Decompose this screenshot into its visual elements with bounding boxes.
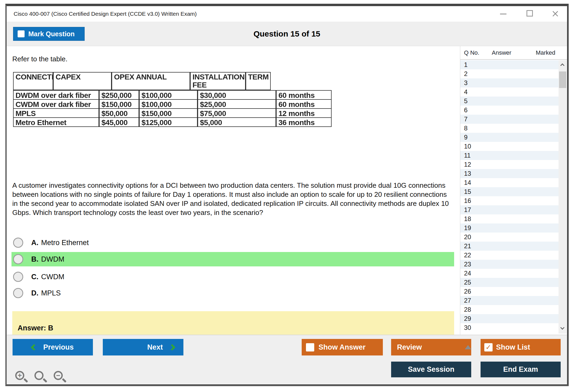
question-list: 1 2 3 4 — [460, 60, 559, 334]
question-list-scrollbar[interactable] — [559, 60, 567, 334]
answer-option-row[interactable]: C. CWDM — [11, 270, 454, 284]
mark-question-checkbox[interactable] — [18, 30, 25, 37]
question-list-row[interactable]: 6 — [460, 106, 559, 115]
question-list-row[interactable]: 29 — [460, 314, 559, 323]
option-radio-button[interactable] — [13, 288, 23, 298]
table-cell: DWDM over dark fiber — [13, 90, 99, 100]
show-list-checkbox[interactable]: ✓ — [484, 343, 493, 351]
question-number: 11 — [464, 152, 471, 159]
question-counter: Question 15 of 15 — [7, 22, 567, 46]
question-number: 9 — [464, 134, 467, 141]
question-list-row[interactable]: 3 — [460, 78, 559, 87]
close-button[interactable] — [551, 10, 559, 17]
question-list-row[interactable]: 24 — [460, 269, 559, 278]
mark-question-label: Mark Question — [28, 30, 75, 38]
scrollbar-thumb[interactable] — [559, 71, 566, 88]
question-list-row[interactable]: 10 — [460, 142, 559, 151]
question-list-row[interactable]: 4 — [460, 87, 559, 97]
question-list-row[interactable]: 22 — [460, 251, 559, 260]
answer-option-row[interactable]: D. MPLS — [11, 286, 454, 300]
table-cell: $25,000 — [198, 99, 276, 109]
question-list-row[interactable]: 7 — [460, 115, 559, 124]
question-text: A customer investigates connectivity opt… — [12, 181, 453, 217]
table-cell: 60 months — [276, 99, 332, 109]
table-cell: $125,000 — [139, 117, 198, 127]
magnifier-icon[interactable] — [34, 370, 47, 384]
page: Cisco 400-007 (Cisco Certified Design Ex… — [0, 0, 574, 392]
question-list-row[interactable]: 26 — [460, 287, 559, 296]
question-list-row[interactable]: 28 — [460, 305, 559, 314]
option-radio-button[interactable] — [13, 272, 23, 282]
scroll-down-arrow[interactable] — [559, 324, 567, 334]
review-button[interactable]: Review — [391, 339, 471, 355]
show-list-button[interactable]: ✓ Show List — [481, 339, 561, 355]
table-cell: $75,000 — [198, 108, 276, 118]
question-list-row[interactable]: 1 — [460, 60, 559, 69]
question-list-row[interactable]: 16 — [460, 196, 559, 205]
question-list-row[interactable]: 8 — [460, 124, 559, 133]
question-list-row[interactable]: 25 — [460, 278, 559, 287]
option-radio-button[interactable] — [13, 254, 23, 264]
table-cell: Metro Ethernet — [13, 117, 99, 127]
question-list-row[interactable]: 17 — [460, 205, 559, 214]
question-number: 22 — [464, 251, 471, 259]
question-list-row[interactable]: 30 — [460, 323, 559, 332]
question-number: 20 — [464, 233, 471, 241]
question-list-row[interactable]: 9 — [460, 133, 559, 142]
table-cell: $100,000 — [139, 90, 198, 100]
header-bar: Question 15 of 15 Mark Question — [7, 22, 567, 46]
question-number: 19 — [464, 224, 471, 232]
zoom-in-icon[interactable]: + — [15, 370, 28, 384]
question-list-row[interactable]: 21 — [460, 242, 559, 251]
question-list-row[interactable]: 15 — [460, 187, 559, 196]
question-number: 6 — [464, 106, 467, 114]
question-list-row[interactable]: 5 — [460, 97, 559, 106]
question-list-row[interactable]: 20 — [460, 233, 559, 242]
question-list-row[interactable]: 19 — [460, 223, 559, 233]
option-letter: D. — [31, 289, 38, 297]
option-text: CWDM — [41, 273, 64, 281]
show-answer-button[interactable]: Show Answer — [302, 339, 383, 355]
table-cell: 36 months — [276, 117, 332, 127]
table-cell: $45,000 — [99, 117, 139, 127]
save-session-button[interactable]: Save Session — [391, 362, 471, 377]
question-list-row[interactable]: 27 — [460, 296, 559, 305]
answer-option-row[interactable]: A. Metro Ethernet — [11, 235, 454, 250]
mark-question-button[interactable]: Mark Question — [13, 27, 85, 41]
previous-button[interactable]: Previous — [13, 339, 93, 355]
question-number: 7 — [464, 115, 467, 123]
question-list-row[interactable]: 12 — [460, 160, 559, 169]
question-number: 2 — [464, 70, 467, 78]
table-cell: CWDM over dark fiber — [13, 99, 99, 109]
question-list-row[interactable]: 18 — [460, 214, 559, 223]
end-exam-label: End Exam — [503, 365, 538, 374]
option-text: MPLS — [41, 289, 61, 297]
next-label: Next — [147, 343, 163, 351]
table-cell: $150,000 — [139, 108, 198, 118]
table-cell: 60 months — [276, 90, 332, 100]
end-exam-button[interactable]: End Exam — [481, 362, 561, 377]
question-list-row[interactable]: 13 — [460, 169, 559, 178]
show-list-label: Show List — [496, 343, 530, 351]
next-button[interactable]: Next — [103, 339, 183, 355]
question-number: 27 — [464, 297, 471, 304]
footer-bar: Previous Next Show Answer Review ✓ Show … — [7, 335, 567, 384]
chevron-right-icon — [169, 344, 175, 350]
answer-option-row[interactable]: B. DWDM — [11, 252, 454, 266]
question-list-row[interactable]: 14 — [460, 178, 559, 187]
question-list-row[interactable]: 23 — [460, 260, 559, 269]
show-answer-checkbox[interactable] — [306, 343, 314, 351]
question-list-row[interactable]: 2 — [460, 69, 559, 78]
zoom-out-icon[interactable]: − — [53, 370, 66, 384]
table-row: CWDM over dark fiber $150,000 $100,000 $… — [13, 99, 332, 109]
question-list-panel: Q No. Answer Marked 1 2 — [460, 46, 567, 335]
column-qno: Q No. — [464, 49, 491, 56]
question-list-row[interactable]: 11 — [460, 151, 559, 160]
option-radio-button[interactable] — [13, 238, 23, 248]
title-bar: Cisco 400-007 (Cisco Certified Design Ex… — [7, 6, 567, 22]
maximize-button[interactable] — [526, 10, 534, 17]
zoom-controls: + − — [15, 370, 66, 384]
minimize-button[interactable] — [500, 10, 507, 17]
scroll-up-arrow[interactable] — [559, 60, 567, 70]
question-number: 24 — [464, 270, 471, 277]
